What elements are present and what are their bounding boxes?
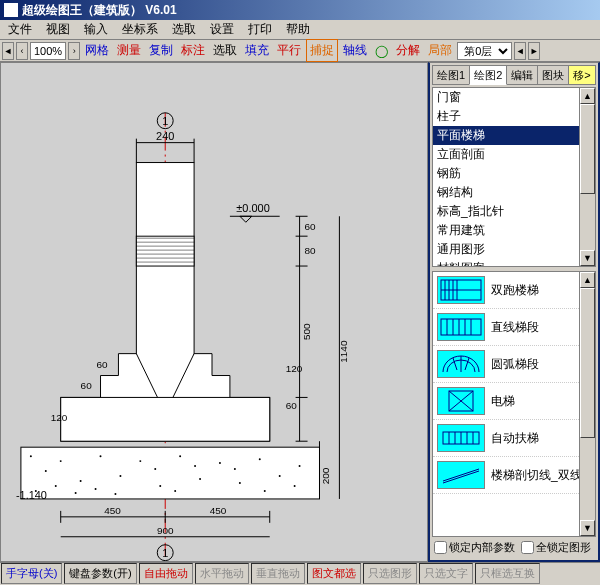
tool-copy[interactable]: 复制 — [146, 40, 176, 61]
tab-draw2[interactable]: 绘图2 — [469, 65, 507, 85]
list-item[interactable]: 柱子 — [433, 107, 595, 126]
svg-text:1: 1 — [162, 547, 168, 559]
tool-select[interactable]: 选取 — [210, 40, 240, 61]
svg-text:900: 900 — [157, 525, 174, 536]
status-handchar[interactable]: 手字母(关) — [1, 563, 62, 584]
scroll-down-icon[interactable]: ▼ — [580, 250, 595, 266]
menu-select[interactable]: 选取 — [166, 19, 202, 40]
svg-text:80: 80 — [305, 245, 317, 256]
scroll-left-icon[interactable]: ◄ — [514, 42, 526, 60]
tool-explode[interactable]: 分解 — [393, 40, 423, 61]
nav-first-icon[interactable]: ◄ — [2, 42, 14, 60]
stair-label: 楼梯剖切线_双线 — [491, 467, 582, 484]
status-selshape[interactable]: 只选图形 — [363, 563, 417, 584]
tool-local[interactable]: 局部 — [425, 40, 455, 61]
svg-text:1140: 1140 — [338, 340, 349, 363]
svg-line-89 — [465, 358, 469, 370]
svg-point-36 — [55, 485, 57, 487]
tab-more[interactable]: 移> — [568, 65, 595, 85]
menu-input[interactable]: 输入 — [78, 19, 114, 40]
svg-point-28 — [179, 455, 181, 457]
stair-item[interactable]: 圆弧梯段 — [433, 346, 595, 383]
list-item[interactable]: 材料图案 — [433, 259, 595, 267]
svg-point-37 — [75, 492, 77, 494]
list-item[interactable]: 门窗 — [433, 88, 595, 107]
svg-point-26 — [139, 460, 141, 462]
stair-item[interactable]: 电梯 — [433, 383, 595, 420]
stair-arc-icon — [437, 350, 485, 378]
list-item[interactable]: 立面剖面 — [433, 145, 595, 164]
tab-block[interactable]: 图块 — [537, 65, 569, 85]
list-scrollbar[interactable]: ▲ ▼ — [579, 88, 595, 266]
list-item[interactable]: 钢筋 — [433, 164, 595, 183]
menu-settings[interactable]: 设置 — [204, 19, 240, 40]
status-selall[interactable]: 图文都选 — [307, 563, 361, 584]
nav-next-icon[interactable]: › — [68, 42, 80, 60]
tool-fill[interactable]: 填充 — [242, 40, 272, 61]
tool-measure[interactable]: 测量 — [114, 40, 144, 61]
tool-annotate[interactable]: 标注 — [178, 40, 208, 61]
status-freedrag[interactable]: 自由拖动 — [139, 563, 193, 584]
svg-point-29 — [199, 478, 201, 480]
svg-line-100 — [443, 471, 479, 483]
stair-label: 圆弧梯段 — [491, 356, 539, 373]
svg-point-22 — [60, 460, 62, 462]
svg-line-99 — [443, 469, 479, 481]
scroll-up-icon[interactable]: ▲ — [580, 88, 595, 104]
status-vdrag[interactable]: 垂直拖动 — [251, 563, 305, 584]
tab-edit[interactable]: 编辑 — [506, 65, 538, 85]
menu-file[interactable]: 文件 — [2, 19, 38, 40]
main-area: 1 240 ±0.000 — [0, 62, 600, 562]
tool-parallel[interactable]: 平行 — [274, 40, 304, 61]
scroll-up-icon[interactable]: ▲ — [580, 272, 595, 288]
status-keyboard[interactable]: 键盘参数(开) — [64, 563, 136, 584]
category-list[interactable]: 门窗 柱子 平面楼梯 立面剖面 钢筋 钢结构 标高_指北针 常用建筑 通用图形 … — [432, 87, 596, 267]
tool-snap[interactable]: 捕捉 — [306, 39, 338, 62]
window-titlebar: 超级绘图王（建筑版） V6.01 — [0, 0, 600, 20]
scroll-thumb[interactable] — [580, 288, 595, 438]
tool-axis[interactable]: 轴线 — [340, 40, 370, 61]
menu-help[interactable]: 帮助 — [280, 19, 316, 40]
stair-item[interactable]: 楼梯剖切线_双线 — [433, 457, 595, 494]
list-item[interactable]: 标高_指北针 — [433, 202, 595, 221]
svg-point-41 — [174, 490, 176, 492]
scroll-thumb[interactable] — [580, 104, 595, 194]
tab-draw1[interactable]: 绘图1 — [432, 65, 470, 85]
side-panel: 绘图1 绘图2 编辑 图块 移> 门窗 柱子 平面楼梯 立面剖面 钢筋 钢结构 … — [428, 62, 600, 562]
tool-grid[interactable]: 网格 — [82, 40, 112, 61]
svg-point-24 — [100, 455, 102, 457]
svg-point-31 — [239, 482, 241, 484]
nav-prev-icon[interactable]: ‹ — [16, 42, 28, 60]
stair-label: 电梯 — [491, 393, 515, 410]
status-boxsel[interactable]: 只框选互换 — [475, 563, 540, 584]
status-hdrag[interactable]: 水平拖动 — [195, 563, 249, 584]
stair-item[interactable]: 自动扶梯 — [433, 420, 595, 457]
menu-coord[interactable]: 坐标系 — [116, 19, 164, 40]
scroll-right-icon[interactable]: ► — [528, 42, 540, 60]
lock-all-checkbox[interactable]: 全锁定图形 — [521, 540, 591, 555]
svg-text:120: 120 — [286, 363, 303, 374]
list-item-selected[interactable]: 平面楼梯 — [433, 126, 595, 145]
zoom-field[interactable]: 100% — [30, 42, 66, 60]
statusbar: 手字母(关) 键盘参数(开) 自由拖动 水平拖动 垂直拖动 图文都选 只选图形 … — [0, 562, 600, 584]
stair-straight-icon — [437, 313, 485, 341]
stair-item[interactable]: 双跑楼梯 — [433, 272, 595, 309]
menu-view[interactable]: 视图 — [40, 19, 76, 40]
menu-print[interactable]: 打印 — [242, 19, 278, 40]
status-seltext[interactable]: 只选文字 — [419, 563, 473, 584]
iconlist-scrollbar[interactable]: ▲ ▼ — [579, 272, 595, 536]
lock-options: 锁定内部参数 全锁定图形 — [432, 537, 596, 558]
drawing-canvas[interactable]: 1 240 ±0.000 — [0, 62, 428, 562]
svg-text:60: 60 — [97, 359, 109, 370]
lock-internal-checkbox[interactable]: 锁定内部参数 — [434, 540, 515, 555]
stair-type-list: 双跑楼梯 直线梯段 圆弧梯段 电梯 自动扶梯 楼梯剖切线_双线 — [432, 271, 596, 537]
scroll-down-icon[interactable]: ▼ — [580, 520, 595, 536]
stair-label: 自动扶梯 — [491, 430, 539, 447]
list-item[interactable]: 常用建筑 — [433, 221, 595, 240]
list-item[interactable]: 钢结构 — [433, 183, 595, 202]
layer-select[interactable]: 第0层 — [457, 42, 512, 60]
list-item[interactable]: 通用图形 — [433, 240, 595, 259]
tool-circle[interactable]: ◯ — [372, 42, 391, 60]
stair-item[interactable]: 直线梯段 — [433, 309, 595, 346]
svg-text:450: 450 — [210, 505, 227, 516]
